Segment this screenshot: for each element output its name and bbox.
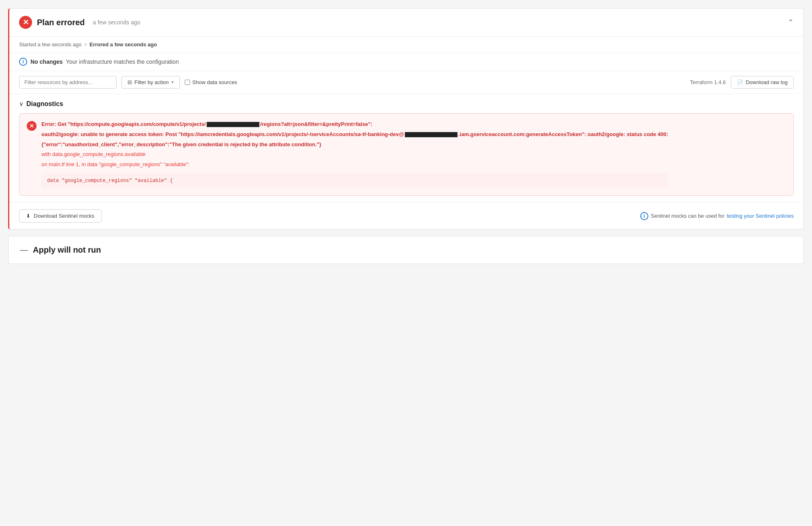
diagnostics-section: ∨ Diagnostics ✕ Error: Get "https://comp… xyxy=(9,94,803,202)
diagnostics-header[interactable]: ∨ Diagnostics xyxy=(19,100,794,108)
download-sentinel-label: Download Sentinel mocks xyxy=(34,213,95,219)
download-raw-icon: 📄 xyxy=(737,79,743,85)
breadcrumb-sep: > xyxy=(84,41,87,48)
filter-address-input[interactable] xyxy=(19,76,117,89)
apply-title: Apply will not run xyxy=(33,245,101,255)
error-oauth-text: oauth2/google: unable to generate access… xyxy=(41,130,668,139)
download-raw-button[interactable]: 📄 Download raw log xyxy=(731,76,794,89)
error-code: data "google_compute_regions" "available… xyxy=(47,178,173,184)
plan-card: ✕ Plan errored a few seconds ago ⌃ Start… xyxy=(8,8,804,229)
error-on-text: on main.tf line 1, in data "google_compu… xyxy=(41,160,668,169)
breadcrumb-end: Errored a few seconds ago xyxy=(90,41,157,48)
filter-action-label: Filter by action xyxy=(134,79,169,85)
error-x-icon: ✕ xyxy=(27,121,37,131)
plan-time: a few seconds ago xyxy=(93,19,140,26)
download-raw-label: Download raw log xyxy=(746,79,788,85)
error-code-block: data "google_compute_regions" "available… xyxy=(41,173,668,189)
sentinel-row: ⬇ Download Sentinel mocks i Sentinel moc… xyxy=(9,202,803,229)
error-with-text: with data.google_compute_regions.availab… xyxy=(41,150,668,159)
error-status-icon: ✕ xyxy=(19,16,32,29)
filter-action-button[interactable]: ⊟ Filter by action ▾ xyxy=(121,76,180,89)
no-changes-bar: i No changes Your infrastructure matches… xyxy=(9,53,803,71)
sentinel-info: i Sentinel mocks can be used for testing… xyxy=(640,212,794,220)
download-sentinel-button[interactable]: ⬇ Download Sentinel mocks xyxy=(19,209,102,223)
diagnostics-title: Diagnostics xyxy=(26,100,63,108)
apply-collapse-icon[interactable]: — xyxy=(20,245,28,255)
error-json-text: {"error":"unauthorized_client","error_de… xyxy=(41,141,668,149)
show-sources-text: Show data sources xyxy=(192,79,238,85)
error-content: Error: Get "https://compute.googleapis.c… xyxy=(41,120,668,189)
diagnostics-collapse-icon: ∨ xyxy=(19,101,23,107)
plan-header-left: ✕ Plan errored a few seconds ago xyxy=(19,16,140,29)
chevron-down-icon: ▾ xyxy=(171,80,174,85)
sentinel-policies-link[interactable]: testing your Sentinel policies xyxy=(727,213,794,219)
filter-icon: ⊟ xyxy=(127,79,132,85)
breadcrumb: Started a few seconds ago > Errored a fe… xyxy=(9,37,803,53)
download-sentinel-icon: ⬇ xyxy=(26,213,30,219)
show-sources-label[interactable]: Show data sources xyxy=(185,79,238,85)
filter-row: ⊟ Filter by action ▾ Show data sources T… xyxy=(9,71,803,94)
show-sources-checkbox[interactable] xyxy=(185,80,190,85)
plan-title: Plan errored xyxy=(37,18,85,27)
sentinel-info-text: Sentinel mocks can be used for xyxy=(651,213,724,219)
error-main-text: Error: Get "https://compute.googleapis.c… xyxy=(41,120,668,129)
terraform-version: Terraform 1.4.6 xyxy=(690,79,726,85)
no-changes-label: No changes xyxy=(30,58,63,65)
collapse-plan-button[interactable]: ⌃ xyxy=(788,18,794,27)
sentinel-info-icon: i xyxy=(640,212,648,220)
breadcrumb-start: Started a few seconds ago xyxy=(19,41,82,48)
apply-card: — Apply will not run xyxy=(8,236,804,264)
plan-header: ✕ Plan errored a few seconds ago ⌃ xyxy=(9,9,803,37)
info-icon: i xyxy=(19,58,27,66)
error-block: ✕ Error: Get "https://compute.googleapis… xyxy=(19,113,794,196)
no-changes-desc: Your infrastructure matches the configur… xyxy=(66,58,179,65)
